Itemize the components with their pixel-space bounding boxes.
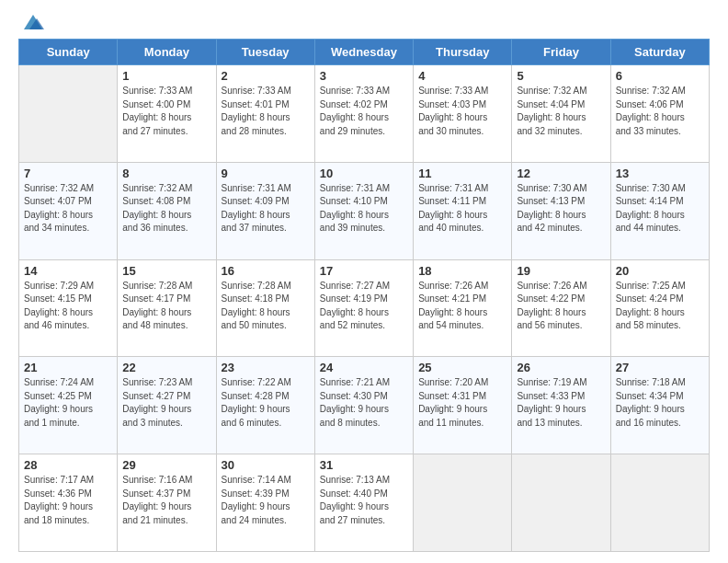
- calendar-cell: 21Sunrise: 7:24 AMSunset: 4:25 PMDayligh…: [19, 357, 118, 454]
- calendar-cell: 20Sunrise: 7:25 AMSunset: 4:24 PMDayligh…: [610, 259, 709, 357]
- day-number: 20: [616, 264, 704, 278]
- day-number: 13: [616, 167, 704, 180]
- day-number: 3: [320, 69, 408, 83]
- calendar-cell: [414, 454, 512, 552]
- day-number: 9: [222, 167, 310, 180]
- calendar-cell: 14Sunrise: 7:29 AMSunset: 4:15 PMDayligh…: [19, 259, 118, 357]
- calendar-cell: 8Sunrise: 7:32 AMSunset: 4:08 PMDaylight…: [118, 162, 216, 259]
- calendar-cell: [19, 65, 118, 163]
- calendar-body: 1Sunrise: 7:33 AMSunset: 4:00 PMDaylight…: [19, 65, 710, 552]
- calendar-cell: 28Sunrise: 7:17 AMSunset: 4:36 PMDayligh…: [19, 454, 118, 552]
- calendar-cell: 16Sunrise: 7:28 AMSunset: 4:18 PMDayligh…: [216, 259, 314, 357]
- calendar-week-1: 1Sunrise: 7:33 AMSunset: 4:00 PMDaylight…: [19, 65, 710, 163]
- calendar-cell: 17Sunrise: 7:27 AMSunset: 4:19 PMDayligh…: [314, 259, 413, 357]
- calendar-cell: 4Sunrise: 7:33 AMSunset: 4:03 PMDaylight…: [414, 65, 512, 163]
- logo-icon: [20, 13, 46, 33]
- calendar-week-2: 7Sunrise: 7:32 AMSunset: 4:07 PMDaylight…: [19, 162, 710, 259]
- day-info: Sunrise: 7:21 AMSunset: 4:30 PMDaylight:…: [320, 376, 408, 430]
- calendar-cell: 29Sunrise: 7:16 AMSunset: 4:37 PMDayligh…: [118, 454, 216, 552]
- day-info: Sunrise: 7:33 AMSunset: 4:00 PMDaylight:…: [122, 85, 210, 138]
- day-number: 14: [24, 264, 112, 278]
- col-friday: Friday: [512, 40, 610, 65]
- day-number: 1: [122, 69, 210, 83]
- day-info: Sunrise: 7:19 AMSunset: 4:33 PMDaylight:…: [517, 376, 605, 430]
- calendar-cell: 3Sunrise: 7:33 AMSunset: 4:02 PMDaylight…: [314, 65, 413, 163]
- day-number: 6: [616, 69, 704, 83]
- day-info: Sunrise: 7:33 AMSunset: 4:03 PMDaylight:…: [418, 85, 506, 138]
- logo: [18, 15, 46, 29]
- day-info: Sunrise: 7:27 AMSunset: 4:19 PMDaylight:…: [320, 280, 408, 333]
- calendar-cell: 19Sunrise: 7:26 AMSunset: 4:22 PMDayligh…: [512, 259, 610, 357]
- day-info: Sunrise: 7:24 AMSunset: 4:25 PMDaylight:…: [24, 376, 112, 430]
- day-number: 16: [222, 264, 310, 278]
- day-info: Sunrise: 7:29 AMSunset: 4:15 PMDaylight:…: [24, 280, 112, 333]
- day-number: 15: [122, 264, 210, 278]
- day-info: Sunrise: 7:32 AMSunset: 4:07 PMDaylight:…: [24, 182, 112, 236]
- day-number: 4: [418, 69, 506, 83]
- day-number: 5: [517, 69, 605, 83]
- day-number: 31: [320, 458, 408, 472]
- day-info: Sunrise: 7:30 AMSunset: 4:14 PMDaylight:…: [616, 182, 704, 236]
- col-sunday: Sunday: [19, 40, 118, 65]
- day-header-row: Sunday Monday Tuesday Wednesday Thursday…: [19, 40, 710, 65]
- day-number: 2: [222, 69, 310, 83]
- calendar-cell: 5Sunrise: 7:32 AMSunset: 4:04 PMDaylight…: [512, 65, 610, 163]
- day-number: 25: [418, 361, 506, 374]
- calendar-week-4: 21Sunrise: 7:24 AMSunset: 4:25 PMDayligh…: [19, 357, 710, 454]
- day-info: Sunrise: 7:31 AMSunset: 4:10 PMDaylight:…: [320, 182, 408, 236]
- day-number: 23: [222, 361, 310, 374]
- header: [18, 15, 710, 29]
- day-info: Sunrise: 7:32 AMSunset: 4:04 PMDaylight:…: [517, 85, 605, 138]
- day-number: 19: [517, 264, 605, 278]
- day-number: 22: [122, 361, 210, 374]
- calendar-cell: 23Sunrise: 7:22 AMSunset: 4:28 PMDayligh…: [216, 357, 314, 454]
- calendar-cell: 15Sunrise: 7:28 AMSunset: 4:17 PMDayligh…: [118, 259, 216, 357]
- calendar-cell: 12Sunrise: 7:30 AMSunset: 4:13 PMDayligh…: [512, 162, 610, 259]
- col-saturday: Saturday: [610, 40, 709, 65]
- page: Sunday Monday Tuesday Wednesday Thursday…: [0, 0, 728, 563]
- calendar-cell: 30Sunrise: 7:14 AMSunset: 4:39 PMDayligh…: [216, 454, 314, 552]
- calendar-cell: 7Sunrise: 7:32 AMSunset: 4:07 PMDaylight…: [19, 162, 118, 259]
- day-number: 18: [418, 264, 506, 278]
- calendar-cell: 10Sunrise: 7:31 AMSunset: 4:10 PMDayligh…: [314, 162, 413, 259]
- col-wednesday: Wednesday: [314, 40, 413, 65]
- day-info: Sunrise: 7:18 AMSunset: 4:34 PMDaylight:…: [616, 376, 704, 430]
- day-info: Sunrise: 7:33 AMSunset: 4:01 PMDaylight:…: [222, 85, 310, 138]
- calendar-cell: [610, 454, 709, 552]
- day-info: Sunrise: 7:20 AMSunset: 4:31 PMDaylight:…: [418, 376, 506, 430]
- calendar-cell: 6Sunrise: 7:32 AMSunset: 4:06 PMDaylight…: [610, 65, 709, 163]
- calendar-cell: 18Sunrise: 7:26 AMSunset: 4:21 PMDayligh…: [414, 259, 512, 357]
- day-number: 17: [320, 264, 408, 278]
- day-info: Sunrise: 7:32 AMSunset: 4:08 PMDaylight:…: [122, 182, 210, 236]
- day-info: Sunrise: 7:17 AMSunset: 4:36 PMDaylight:…: [24, 474, 112, 527]
- day-info: Sunrise: 7:32 AMSunset: 4:06 PMDaylight:…: [616, 85, 704, 138]
- calendar-cell: 26Sunrise: 7:19 AMSunset: 4:33 PMDayligh…: [512, 357, 610, 454]
- day-number: 24: [320, 361, 408, 374]
- calendar-week-3: 14Sunrise: 7:29 AMSunset: 4:15 PMDayligh…: [19, 259, 710, 357]
- day-info: Sunrise: 7:28 AMSunset: 4:18 PMDaylight:…: [222, 280, 310, 333]
- day-number: 11: [418, 167, 506, 180]
- calendar-cell: 25Sunrise: 7:20 AMSunset: 4:31 PMDayligh…: [414, 357, 512, 454]
- day-info: Sunrise: 7:13 AMSunset: 4:40 PMDaylight:…: [320, 474, 408, 527]
- day-info: Sunrise: 7:31 AMSunset: 4:09 PMDaylight:…: [222, 182, 310, 236]
- calendar-week-5: 28Sunrise: 7:17 AMSunset: 4:36 PMDayligh…: [19, 454, 710, 552]
- col-monday: Monday: [118, 40, 216, 65]
- calendar-cell: 9Sunrise: 7:31 AMSunset: 4:09 PMDaylight…: [216, 162, 314, 259]
- col-tuesday: Tuesday: [216, 40, 314, 65]
- day-number: 10: [320, 167, 408, 180]
- day-info: Sunrise: 7:22 AMSunset: 4:28 PMDaylight:…: [222, 376, 310, 430]
- day-number: 28: [24, 458, 112, 472]
- day-info: Sunrise: 7:30 AMSunset: 4:13 PMDaylight:…: [517, 182, 605, 236]
- day-number: 27: [616, 361, 704, 374]
- calendar-header: Sunday Monday Tuesday Wednesday Thursday…: [19, 40, 710, 65]
- day-number: 26: [517, 361, 605, 374]
- calendar-cell: [512, 454, 610, 552]
- day-info: Sunrise: 7:25 AMSunset: 4:24 PMDaylight:…: [616, 280, 704, 333]
- day-info: Sunrise: 7:31 AMSunset: 4:11 PMDaylight:…: [418, 182, 506, 236]
- calendar-cell: 13Sunrise: 7:30 AMSunset: 4:14 PMDayligh…: [610, 162, 709, 259]
- calendar-cell: 2Sunrise: 7:33 AMSunset: 4:01 PMDaylight…: [216, 65, 314, 163]
- day-number: 29: [122, 458, 210, 472]
- calendar-cell: 11Sunrise: 7:31 AMSunset: 4:11 PMDayligh…: [414, 162, 512, 259]
- day-info: Sunrise: 7:26 AMSunset: 4:21 PMDaylight:…: [418, 280, 506, 333]
- day-number: 12: [517, 167, 605, 180]
